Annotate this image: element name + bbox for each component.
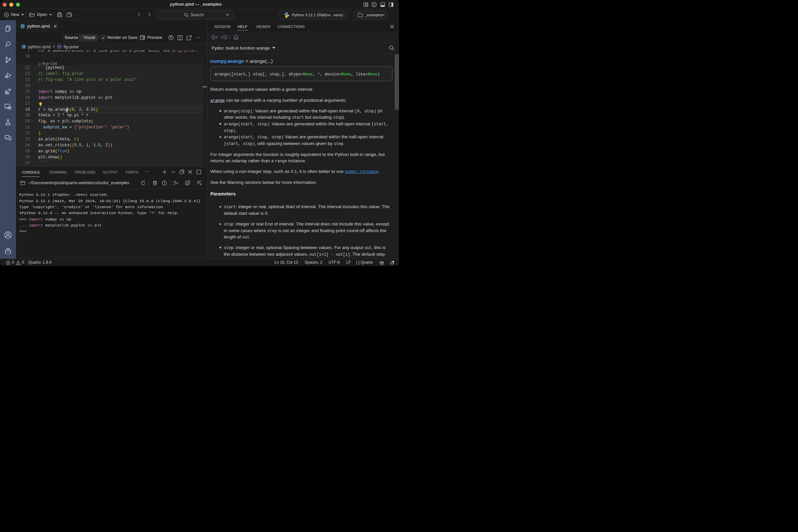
- svg-text:c: c: [173, 183, 174, 186]
